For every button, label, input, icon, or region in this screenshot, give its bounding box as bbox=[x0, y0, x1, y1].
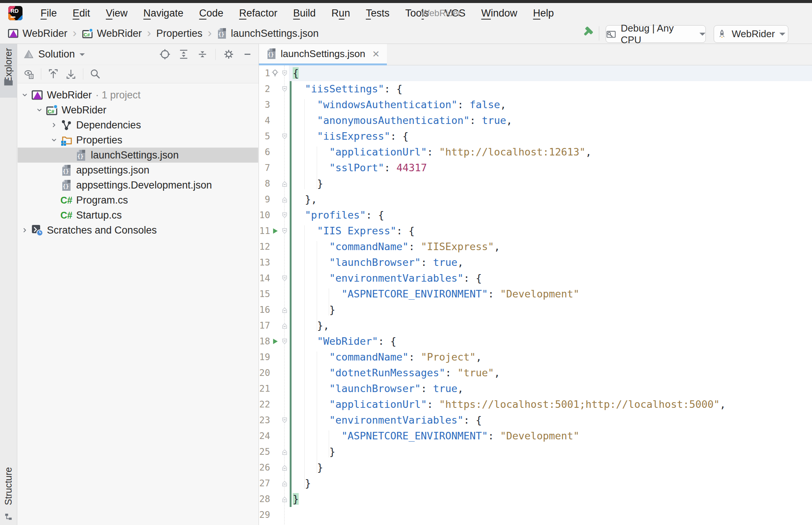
build-hammer-icon[interactable] bbox=[579, 27, 593, 40]
code-line-text[interactable]: } bbox=[289, 176, 812, 192]
code-line-text[interactable]: "WebRider": { bbox=[289, 333, 812, 349]
fold-close-icon[interactable] bbox=[280, 196, 289, 203]
code-line-text[interactable]: "sslPort": 44317 bbox=[289, 160, 812, 176]
tab-launchsettings-json[interactable]: launchSettings.json × bbox=[259, 44, 387, 65]
chevron-right-icon[interactable] bbox=[20, 227, 30, 234]
menu-tests[interactable]: Tests bbox=[366, 8, 389, 19]
code-line-text[interactable]: "iisExpress": { bbox=[289, 128, 812, 144]
menu-code[interactable]: Code bbox=[199, 8, 224, 19]
menu-window[interactable]: Window bbox=[481, 8, 517, 19]
tree-item-webrider[interactable]: WebRider bbox=[18, 103, 258, 118]
tree-item-appsettings-development-json[interactable]: appsettings.Development.json bbox=[18, 178, 258, 193]
code-line-text[interactable]: "ASPNETCORE_ENVIRONMENT": "Development" bbox=[289, 428, 812, 444]
code-line-text[interactable]: } bbox=[289, 460, 812, 475]
fold-open-icon[interactable] bbox=[280, 275, 289, 282]
code-line-text[interactable]: "ASPNETCORE_ENVIRONMENT": "Development" bbox=[289, 286, 812, 302]
fold-close-icon[interactable] bbox=[280, 323, 289, 329]
tree-item-launchsettings-json[interactable]: launchSettings.json bbox=[18, 148, 258, 163]
code-line-text[interactable]: } bbox=[289, 475, 812, 491]
fold-close-icon[interactable] bbox=[280, 496, 289, 502]
breadcrumb-webrider[interactable]: WebRider bbox=[82, 28, 142, 39]
chevron-down-icon[interactable] bbox=[35, 107, 44, 113]
search-icon[interactable] bbox=[90, 68, 101, 80]
code-line-text[interactable]: "launchBrowser": true, bbox=[289, 255, 812, 270]
code-line-text[interactable]: "applicationUrl": "http://localhost:1261… bbox=[289, 144, 812, 160]
code-line-text[interactable]: "dotnetRunMessages": "true", bbox=[289, 365, 812, 381]
fold-open-icon[interactable] bbox=[280, 417, 289, 424]
expand-all-icon[interactable] bbox=[178, 48, 189, 60]
chevron-down-icon[interactable] bbox=[80, 53, 85, 59]
move-up-icon[interactable] bbox=[48, 68, 59, 80]
sidebar-item-structure[interactable]: Structure bbox=[0, 462, 17, 510]
tree-item-appsettings-json[interactable]: appsettings.json bbox=[18, 163, 258, 178]
breadcrumb-properties[interactable]: Properties bbox=[156, 28, 202, 39]
tree-item-webrider[interactable]: WebRider· 1 project bbox=[18, 88, 258, 103]
locate-icon[interactable] bbox=[159, 48, 171, 60]
tree-item-startup-cs[interactable]: C#Startup.cs bbox=[18, 208, 258, 223]
chevron-down-icon[interactable] bbox=[49, 137, 59, 143]
close-icon[interactable]: × bbox=[372, 48, 379, 60]
breadcrumb-webrider[interactable]: WebRider bbox=[8, 28, 68, 39]
code-line-text[interactable]: "commandName": "IISExpress", bbox=[289, 239, 812, 255]
menu-refactor[interactable]: Refactor bbox=[239, 8, 277, 19]
code-line-text[interactable]: "environmentVariables": { bbox=[289, 270, 812, 286]
settings-icon[interactable] bbox=[223, 48, 235, 60]
structure-icon[interactable] bbox=[4, 513, 13, 521]
code-line-text[interactable]: "iisSettings": { bbox=[289, 81, 812, 97]
breadcrumb-launchsettings-json[interactable]: launchSettings.json bbox=[217, 28, 319, 39]
code-line-text[interactable]: }, bbox=[289, 318, 812, 333]
intention-bulb-icon[interactable] bbox=[270, 69, 280, 77]
run-gutter-icon[interactable] bbox=[270, 227, 280, 235]
fold-close-icon[interactable] bbox=[280, 307, 289, 313]
code-line-text[interactable]: "IIS Express": { bbox=[289, 223, 812, 239]
run-gutter-icon[interactable] bbox=[270, 338, 280, 345]
code-line-text[interactable]: "windowsAuthentication": false, bbox=[289, 97, 812, 113]
fold-close-icon[interactable] bbox=[280, 449, 289, 455]
code-editor[interactable]: 1{2 "iisSettings": {3 "windowsAuthentica… bbox=[259, 65, 812, 525]
run-configuration-button[interactable]: WebRider bbox=[714, 25, 788, 43]
fold-close-icon[interactable] bbox=[280, 181, 289, 187]
rider-logo[interactable]: RD bbox=[8, 6, 23, 20]
tree-item-scratches-and-consoles[interactable]: Scratches and Consoles bbox=[18, 223, 258, 238]
menu-navigate[interactable]: Navigate bbox=[143, 8, 183, 19]
folder-icon[interactable] bbox=[3, 77, 14, 87]
code-line-text[interactable]: "anonymousAuthentication": true, bbox=[289, 113, 812, 128]
solution-view-icon[interactable] bbox=[24, 49, 34, 59]
code-line-text[interactable]: "applicationUrl": "https://localhost:500… bbox=[289, 397, 812, 412]
tree-item-dependencies[interactable]: Dependencies bbox=[18, 118, 258, 133]
code-line-text[interactable]: }, bbox=[289, 192, 812, 207]
code-line-text[interactable]: "profiles": { bbox=[289, 207, 812, 223]
chevron-right-icon[interactable] bbox=[49, 122, 59, 128]
fold-open-icon[interactable] bbox=[280, 70, 289, 77]
code-line-text[interactable] bbox=[289, 507, 812, 523]
menu-build[interactable]: Build bbox=[293, 8, 316, 19]
fold-close-icon[interactable] bbox=[280, 480, 289, 487]
fold-open-icon[interactable] bbox=[280, 228, 289, 234]
fold-open-icon[interactable] bbox=[280, 133, 289, 140]
code-line-text[interactable]: } bbox=[289, 302, 812, 318]
solution-view-label[interactable]: Solution bbox=[38, 48, 75, 60]
collapse-all-icon[interactable] bbox=[197, 48, 208, 60]
hide-icon[interactable] bbox=[242, 48, 253, 60]
fold-close-icon[interactable] bbox=[280, 465, 289, 471]
menu-run[interactable]: Run bbox=[331, 8, 350, 19]
fold-open-icon[interactable] bbox=[280, 86, 289, 92]
code-line-text[interactable]: "launchBrowser": true, bbox=[289, 381, 812, 397]
code-line-text[interactable]: } bbox=[289, 491, 812, 507]
menu-file[interactable]: File bbox=[41, 8, 57, 19]
code-line-text[interactable]: "commandName": "Project", bbox=[289, 349, 812, 365]
chevron-down-icon[interactable] bbox=[20, 92, 30, 98]
menu-edit[interactable]: Edit bbox=[73, 8, 90, 19]
menu-view[interactable]: View bbox=[106, 8, 128, 19]
code-line-text[interactable]: } bbox=[289, 444, 812, 460]
fold-open-icon[interactable] bbox=[280, 338, 289, 345]
fold-open-icon[interactable] bbox=[280, 212, 289, 219]
tree-item-properties[interactable]: Properties bbox=[18, 133, 258, 148]
sync-to-source-icon[interactable] bbox=[23, 68, 35, 80]
code-line-text[interactable]: "environmentVariables": { bbox=[289, 412, 812, 428]
menu-help[interactable]: Help bbox=[533, 8, 554, 19]
build-configuration-button[interactable]: Debug | Any CPU bbox=[606, 25, 706, 43]
code-line-text[interactable]: { bbox=[289, 65, 812, 81]
move-down-icon[interactable] bbox=[65, 68, 77, 80]
tree-item-program-cs[interactable]: C#Program.cs bbox=[18, 193, 258, 208]
